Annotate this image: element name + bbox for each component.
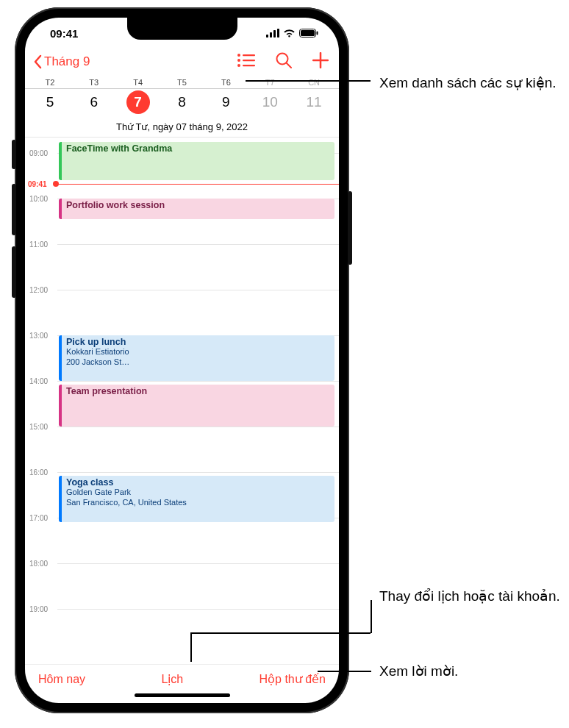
bottom-toolbar: Hôm nay Lịch Hộp thư đến	[25, 664, 339, 689]
full-date-label: Thứ Tư, ngày 07 tháng 9, 2022	[25, 118, 339, 138]
hour-label: 12:00	[29, 286, 48, 294]
hour-line	[57, 244, 339, 245]
svg-point-7	[237, 54, 240, 57]
event-title: Team presentation	[66, 386, 330, 396]
svg-line-14	[287, 63, 291, 68]
back-label: Tháng 9	[44, 54, 90, 69]
weekday-label: T5	[160, 78, 204, 88]
callout-line	[190, 632, 192, 662]
side-button	[348, 191, 352, 265]
callout-line	[371, 600, 372, 633]
notch	[127, 18, 237, 40]
hour-label: 19:00	[29, 605, 48, 613]
hour-label: 11:00	[29, 240, 48, 249]
screen: 09:41 Tháng 9	[25, 18, 339, 703]
callout-calendars: Thay đổi lịch hoặc tài khoản.	[379, 587, 560, 606]
current-time-label: 09:41	[28, 180, 47, 188]
callout-list-events: Xem danh sách các sự kiện.	[379, 74, 557, 93]
current-time-dot	[53, 181, 59, 187]
volume-down	[12, 246, 16, 298]
hour-label: 16:00	[29, 468, 48, 477]
svg-rect-5	[301, 30, 315, 36]
volume-up	[12, 184, 16, 235]
svg-point-9	[237, 59, 240, 62]
calendar-event[interactable]: Portfolio work session	[59, 199, 334, 219]
current-time-line	[56, 184, 339, 185]
callout-line	[318, 671, 371, 672]
plus-icon	[312, 52, 329, 68]
hour-label: 17:00	[29, 514, 48, 522]
callout-inbox: Xem lời mời.	[379, 662, 458, 681]
list-icon	[237, 54, 255, 67]
event-subtitle: 200 Jackson St…	[66, 357, 330, 368]
search-button[interactable]	[276, 52, 292, 71]
callout-line	[190, 632, 371, 634]
hour-label: 18:00	[29, 560, 48, 568]
svg-point-11	[237, 64, 240, 67]
event-subtitle: Kokkari Estiatorio	[66, 347, 330, 357]
hour-label: 09:00	[29, 149, 48, 157]
hour-line	[57, 427, 339, 427]
weekday-label: T4	[116, 78, 160, 88]
day-10[interactable]: 10	[248, 90, 292, 114]
weekday-label: T2	[28, 78, 72, 88]
hour-label: 14:00	[29, 377, 48, 385]
event-subtitle: San Francisco, CA, United States	[66, 498, 330, 508]
iphone-frame: 09:41 Tháng 9	[15, 7, 349, 713]
svg-rect-1	[270, 32, 272, 38]
svg-rect-10	[243, 60, 255, 61]
event-title: Portfolio work session	[66, 200, 330, 210]
day-5[interactable]: 5	[28, 90, 72, 114]
event-title: Pick up lunch	[66, 337, 330, 347]
day-9[interactable]: 9	[204, 90, 248, 114]
event-title: FaceTime with Grandma	[66, 143, 330, 154]
calendar-event[interactable]: Team presentation	[59, 385, 334, 427]
calendars-button[interactable]: Lịch	[161, 672, 183, 686]
calendar-event[interactable]: Yoga classGolden Gate ParkSan Francisco,…	[59, 476, 334, 522]
hour-line	[57, 609, 339, 610]
hour-line	[57, 290, 339, 290]
week-dates: 5 6 7 8 9 10 11	[25, 89, 339, 118]
add-button[interactable]	[312, 52, 329, 71]
svg-rect-2	[273, 30, 276, 38]
hour-label: 15:00	[29, 423, 48, 431]
search-icon	[276, 52, 292, 68]
hour-line	[57, 472, 339, 473]
calendar-event[interactable]: FaceTime with Grandma	[59, 142, 334, 181]
inbox-button[interactable]: Hộp thư đến	[260, 672, 326, 686]
list-view-button[interactable]	[237, 54, 255, 70]
svg-rect-0	[266, 35, 268, 38]
day-8[interactable]: 8	[160, 90, 204, 114]
callout-line	[246, 80, 371, 82]
hour-line	[57, 563, 339, 564]
home-indicator[interactable]	[135, 693, 230, 697]
nav-bar: Tháng 9	[25, 49, 339, 78]
chevron-left-icon	[32, 54, 43, 69]
svg-rect-6	[317, 31, 318, 35]
status-time: 09:41	[50, 27, 78, 40]
day-11[interactable]: 11	[292, 90, 336, 114]
hour-label: 10:00	[29, 195, 48, 203]
day-7-selected[interactable]: 7	[116, 90, 160, 114]
svg-point-13	[277, 54, 288, 65]
hour-line	[57, 381, 339, 382]
weekday-label: T3	[72, 78, 116, 88]
battery-icon	[299, 27, 318, 40]
event-subtitle: Golden Gate Park	[66, 488, 330, 498]
calendar-event[interactable]: Pick up lunchKokkari Estiatorio200 Jacks…	[59, 335, 334, 381]
svg-rect-12	[243, 65, 255, 66]
svg-rect-3	[277, 29, 279, 38]
day-6[interactable]: 6	[72, 90, 116, 114]
event-title: Yoga class	[66, 477, 330, 488]
wifi-icon	[283, 27, 296, 40]
cellular-icon	[266, 27, 279, 40]
back-button[interactable]: Tháng 9	[32, 54, 90, 69]
day-timeline[interactable]: 09:0010:0011:0012:0013:0014:0015:0016:00…	[25, 138, 339, 664]
mute-switch	[12, 140, 16, 169]
hour-label: 13:00	[29, 332, 48, 340]
weekday-label: T6	[204, 78, 248, 88]
svg-rect-8	[243, 54, 255, 56]
today-button[interactable]: Hôm nay	[38, 673, 85, 686]
